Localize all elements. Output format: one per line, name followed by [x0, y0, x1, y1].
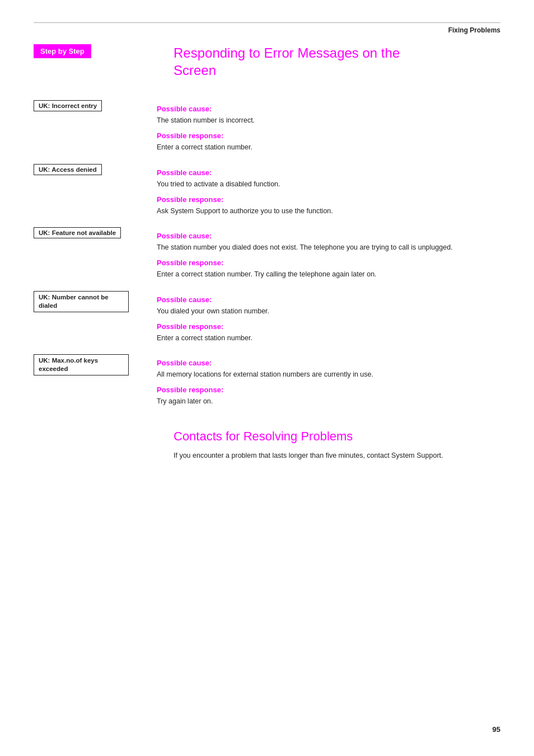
response-label-0: Possible response: [157, 132, 500, 140]
page-container: Fixing Problems Step by Step Responding … [0, 0, 534, 756]
error-content-1: Possible cause: You tried to activate a … [157, 163, 500, 219]
cause-label-2: Possible cause: [157, 232, 500, 240]
error-content-2: Possible cause: The station number you d… [157, 226, 500, 282]
error-content-3: Possible cause: You dialed your own stat… [157, 290, 500, 346]
error-label-0: UK: Incorrect entry [34, 100, 102, 111]
cause-text-0: The station number is incorrect. [157, 115, 500, 126]
title-line2: Screen [174, 63, 216, 78]
header-rule [34, 22, 500, 23]
cause-label-3: Possible cause: [157, 295, 500, 304]
error-row-4: UK: Max.no.of keys exceeded Possible cau… [34, 353, 500, 409]
cause-text-4: All memory locations for external statio… [157, 369, 500, 380]
response-text-3: Enter a correct station number. [157, 333, 500, 344]
main-layout: Step by Step Responding to Error Message… [34, 44, 500, 91]
error-label-4: UK: Max.no.of keys exceeded [34, 354, 129, 375]
error-row-1: UK: Access denied Possible cause: You tr… [34, 163, 500, 219]
cause-label-1: Possible cause: [157, 168, 500, 177]
error-row-2: UK: Feature not available Possible cause… [34, 226, 500, 282]
header-title: Fixing Problems [448, 26, 500, 34]
error-label-col-3: UK: Number cannot be dialed [34, 290, 157, 346]
error-label-col-4: UK: Max.no.of keys exceeded [34, 353, 157, 409]
errors-list: UK: Incorrect entry Possible cause: The … [34, 99, 500, 409]
contacts-section: Contacts for Resolving Problems If you e… [34, 429, 500, 463]
title-line1: Responding to Error Messages on the [174, 45, 400, 60]
error-label-3: UK: Number cannot be dialed [34, 291, 129, 312]
error-label-col-0: UK: Incorrect entry [34, 99, 157, 155]
contacts-left [34, 429, 157, 463]
cause-label-0: Possible cause: [157, 105, 500, 113]
step-by-step-badge: Step by Step [34, 44, 91, 58]
cause-label-4: Possible cause: [157, 359, 500, 367]
error-row-0: UK: Incorrect entry Possible cause: The … [34, 99, 500, 155]
cause-text-2: The station number you dialed does not e… [157, 242, 500, 253]
contacts-body: If you encounter a problem that lasts lo… [174, 450, 500, 461]
right-column: Responding to Error Messages on the Scre… [157, 44, 500, 91]
cause-text-3: You dialed your own station number. [157, 306, 500, 317]
error-label-col-1: UK: Access denied [34, 163, 157, 219]
error-content-4: Possible cause: All memory locations for… [157, 353, 500, 409]
response-label-4: Possible response: [157, 386, 500, 394]
response-label-1: Possible response: [157, 195, 500, 204]
page-header: Fixing Problems [34, 26, 500, 34]
response-text-4: Try again later on. [157, 396, 500, 407]
contacts-title: Contacts for Resolving Problems [174, 429, 500, 444]
page-number: 95 [493, 725, 500, 734]
main-section-title: Responding to Error Messages on the Scre… [174, 44, 500, 79]
response-label-3: Possible response: [157, 322, 500, 331]
error-label-col-2: UK: Feature not available [34, 226, 157, 282]
contacts-right: Contacts for Resolving Problems If you e… [157, 429, 500, 463]
left-column: Step by Step [34, 44, 157, 91]
error-content-0: Possible cause: The station number is in… [157, 99, 500, 155]
error-label-2: UK: Feature not available [34, 227, 121, 238]
response-text-0: Enter a correct station number. [157, 142, 500, 153]
response-label-2: Possible response: [157, 259, 500, 267]
error-label-1: UK: Access denied [34, 164, 102, 175]
response-text-2: Enter a correct station number. Try call… [157, 269, 500, 280]
response-text-1: Ask System Support to authorize you to u… [157, 206, 500, 217]
error-row-3: UK: Number cannot be dialed Possible cau… [34, 290, 500, 346]
cause-text-1: You tried to activate a disabled functio… [157, 179, 500, 190]
